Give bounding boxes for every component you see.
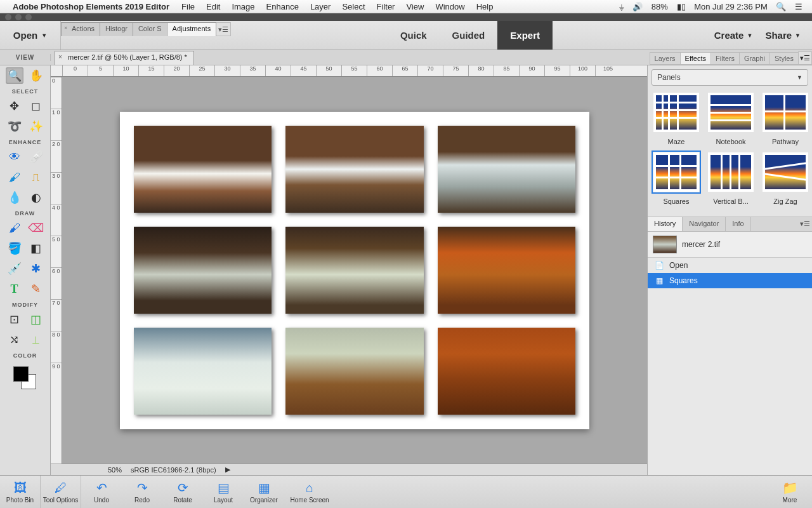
rotate-button[interactable]: ⟳Rotate	[162, 476, 203, 508]
mode-quick[interactable]: Quick	[388, 21, 440, 50]
create-button[interactable]: Create▼	[709, 30, 758, 41]
redo-button[interactable]: ↷Redo	[122, 476, 162, 508]
tab-history[interactable]: History	[648, 217, 683, 231]
zoom-level[interactable]: 50%	[108, 466, 122, 474]
home-screen-button[interactable]: ⌂Home Screen	[284, 476, 335, 508]
panel-group-tabs: ×Actions Histogr Color S Adjustments ▾☰	[61, 22, 231, 50]
undo-button[interactable]: ↶Undo	[81, 476, 122, 508]
red-eye-tool[interactable]: 👁	[6, 149, 23, 165]
wifi-icon[interactable]: ⏚	[619, 2, 624, 11]
collage-tile	[438, 328, 575, 415]
effect-zig-zag[interactable]: Zig Zag	[761, 150, 810, 205]
collage-tile	[134, 126, 272, 213]
collage-tile	[285, 126, 423, 213]
gradient-tool[interactable]: ◧	[27, 240, 45, 257]
menu-layer[interactable]: Layer	[310, 2, 331, 11]
tab-layers[interactable]: Layers	[650, 52, 681, 65]
tool-options-button[interactable]: 🖊Tool Options	[41, 476, 81, 508]
tab-navigator[interactable]: Navigator	[683, 217, 726, 231]
status-arrow-icon[interactable]: ▶	[225, 465, 230, 474]
fill-tool[interactable]: 🪣	[6, 240, 23, 257]
more-button[interactable]: 📁More	[768, 480, 812, 504]
document-tab[interactable]: ×mercer 2.tif @ 50% (Layer 1, RGB/8) *	[55, 51, 194, 65]
color-profile[interactable]: sRGB IEC61966-2.1 (8bpc)	[131, 466, 216, 474]
tab-actions[interactable]: ×Actions	[61, 22, 100, 36]
tab-filters[interactable]: Filters	[710, 52, 740, 65]
panels-dropdown[interactable]: Panels▼	[652, 69, 808, 86]
traffic-close[interactable]	[5, 14, 11, 20]
straighten-tool[interactable]: ⟂	[27, 331, 45, 348]
share-button[interactable]: Share▼	[760, 30, 806, 41]
tab-effects[interactable]: Effects	[680, 52, 711, 65]
menu-window[interactable]: Window	[435, 2, 464, 11]
open-button[interactable]: Open▼	[0, 21, 61, 50]
mode-expert[interactable]: Expert	[497, 21, 553, 50]
history-document[interactable]: mercer 2.tif	[648, 232, 812, 258]
menu-file[interactable]: File	[181, 2, 195, 11]
mode-guided[interactable]: Guided	[440, 21, 498, 50]
menu-select[interactable]: Select	[342, 2, 365, 11]
menu-help[interactable]: Help	[476, 2, 494, 11]
pencil-tool[interactable]: ✎	[27, 281, 45, 297]
traffic-min[interactable]	[15, 14, 22, 20]
menu-enhance[interactable]: Enhance	[266, 2, 299, 11]
effect-notebook[interactable]: Notebook	[706, 91, 756, 145]
section-color: COLOR	[13, 352, 37, 359]
shape-tool[interactable]: ✱	[27, 260, 45, 277]
app-name[interactable]: Adobe Photoshop Elements 2019 Editor	[13, 2, 169, 11]
foreground-color[interactable]	[13, 366, 29, 382]
tab-info[interactable]: Info	[726, 217, 750, 231]
layout-button[interactable]: ▤Layout	[203, 476, 244, 508]
volume-icon[interactable]: 🔊	[632, 2, 643, 11]
spot-heal-tool[interactable]: 🩹	[27, 149, 45, 165]
content-aware-move-tool[interactable]: ⤭	[6, 331, 23, 348]
sponge-tool[interactable]: ◐	[27, 189, 45, 206]
traffic-max[interactable]	[25, 14, 32, 20]
lasso-tool[interactable]: ➰	[6, 118, 23, 135]
crop-tool[interactable]: ⊡	[6, 311, 23, 328]
macos-menubar: Adobe Photoshop Elements 2019 Editor Fil…	[0, 0, 812, 13]
panel-tab-menu[interactable]: ▾☰	[798, 217, 812, 231]
magic-wand-tool[interactable]: ✨	[27, 118, 45, 135]
menu-view[interactable]: View	[406, 2, 424, 11]
tab-histogram[interactable]: Histogr	[100, 22, 133, 36]
tab-styles[interactable]: Styles	[769, 52, 799, 65]
move-tool[interactable]: ✥	[6, 98, 23, 114]
hand-tool[interactable]: ✋	[27, 67, 45, 84]
eraser-tool[interactable]: ⌫	[27, 220, 45, 236]
collage-tile	[285, 328, 423, 415]
canvas-viewport[interactable]	[62, 77, 647, 464]
smart-brush-tool[interactable]: 🖌	[6, 169, 23, 185]
ruler-vertical: 01 02 03 04 05 06 07 08 09 0	[51, 77, 62, 464]
spotlight-icon[interactable]: 🔍	[776, 2, 786, 11]
organizer-button[interactable]: ▦Organizer	[244, 476, 284, 508]
color-swatches[interactable]	[10, 364, 41, 392]
clone-stamp-tool[interactable]: ⎍	[27, 169, 45, 185]
rect-marquee-tool[interactable]: ◻	[27, 98, 45, 114]
battery-icon: ▮▯	[677, 2, 686, 11]
type-tool[interactable]: T	[6, 281, 23, 297]
menu-filter[interactable]: Filter	[377, 2, 395, 11]
tab-color-swatches[interactable]: Color S	[133, 22, 167, 36]
recompose-tool[interactable]: ◫	[27, 311, 45, 328]
panel-tab-menu[interactable]: ▾☰	[216, 22, 231, 36]
menu-edit[interactable]: Edit	[206, 2, 220, 11]
brush-tool[interactable]: 🖌	[6, 220, 23, 236]
tab-adjustments[interactable]: Adjustments	[167, 22, 217, 36]
history-step-open[interactable]: 📄 Open	[648, 258, 812, 273]
menu-image[interactable]: Image	[232, 2, 254, 11]
history-step-squares[interactable]: ▦ Squares	[648, 273, 812, 288]
eyedropper-tool[interactable]: 💉	[6, 260, 23, 277]
effect-vertical-blinds[interactable]: Vertical B...	[706, 150, 756, 205]
close-icon[interactable]: ×	[58, 53, 62, 60]
blur-tool[interactable]: 💧	[6, 189, 23, 206]
photo-bin-button[interactable]: 🖼Photo Bin	[0, 476, 41, 508]
effect-pathway[interactable]: Pathway	[761, 91, 810, 145]
tab-graphics[interactable]: Graphi	[739, 52, 770, 65]
zoom-tool[interactable]: 🔍	[6, 67, 23, 84]
panel-tab-menu[interactable]: ▾☰	[798, 51, 812, 65]
effect-squares[interactable]: Squares	[652, 150, 701, 205]
effect-maze[interactable]: Maze	[652, 91, 701, 145]
close-icon[interactable]: ×	[64, 25, 67, 31]
list-icon[interactable]: ☰	[795, 2, 802, 11]
